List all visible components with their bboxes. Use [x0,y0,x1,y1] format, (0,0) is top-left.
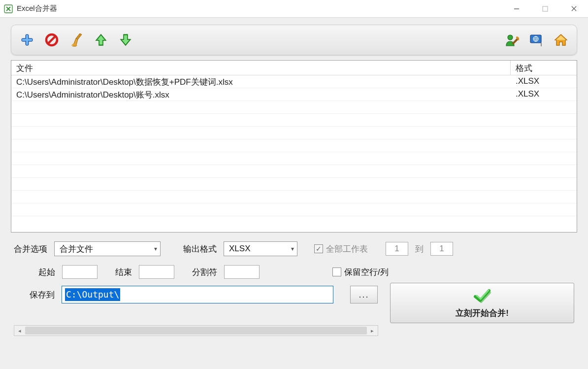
home-button[interactable] [552,31,570,49]
save-to-value: C:\Output\ [65,288,120,301]
delimiter-input[interactable] [224,265,260,279]
svg-rect-8 [22,39,32,41]
table-header: 文件 格式 [11,61,577,75]
format-cell: .XLSX [511,75,577,88]
titlebar: Excel合并器 [0,0,588,18]
merge-option-label: 合并选项 [14,243,47,255]
merge-option-select[interactable]: 合并文件 ▾ [54,241,161,256]
all-sheets-label: 全部工作表 [326,243,368,255]
file-cell: C:\Users\Administrator\Desktop\数据恢复+PDF关… [11,75,511,88]
move-up-button[interactable] [92,31,110,49]
chevron-down-icon: ▾ [154,245,157,252]
output-format-label: 输出格式 [183,243,217,255]
output-format-value: XLSX [229,244,250,254]
svg-rect-2 [543,6,548,11]
table-row[interactable]: C:\Users\Administrator\Desktop\账号.xlsx.X… [11,88,577,101]
maximize-button [531,0,559,17]
table-row-empty: .. [11,139,577,152]
output-format-select[interactable]: XLSX ▾ [224,241,297,256]
all-sheets-checkbox[interactable] [314,244,323,253]
table-row[interactable]: C:\Users\Administrator\Desktop\数据恢复+PDF关… [11,75,577,88]
table-row-empty: .. [11,178,577,191]
file-cell: C:\Users\Administrator\Desktop\账号.xlsx [11,88,511,101]
register-button[interactable] [503,31,521,49]
start-input[interactable] [62,265,98,279]
scroll-right-icon[interactable]: ▸ [367,326,378,335]
start-label: 起始 [38,267,55,278]
keep-empty-label: 保留空行/列 [344,267,389,278]
window-controls [502,0,588,17]
svg-point-11 [508,35,513,40]
delimiter-label: 分割符 [192,267,217,278]
table-row-empty: .. [11,114,577,127]
column-file[interactable]: 文件 [11,61,511,75]
end-input[interactable] [139,265,174,279]
sheet-from-input[interactable]: 1 [386,242,408,256]
start-merge-label: 立刻开始合并! [456,307,509,319]
column-format[interactable]: 格式 [511,61,577,75]
move-down-button[interactable] [117,31,134,49]
app-icon [4,4,13,13]
table-row-empty: .. [11,191,577,203]
remove-button[interactable] [43,31,61,49]
clear-button[interactable] [67,31,85,49]
language-button[interactable] [527,31,545,49]
sheet-to-input[interactable]: 1 [430,242,453,256]
scroll-left-icon[interactable]: ◂ [14,326,25,335]
toolbar [11,25,577,55]
table-row-empty: .. [11,165,577,178]
sheet-to-label: 到 [415,243,424,255]
chevron-down-icon: ▾ [291,245,294,252]
table-row-empty: .. [11,127,577,139]
add-button[interactable] [18,31,36,49]
save-to-label: 保存到 [30,289,55,301]
close-button[interactable] [559,0,588,17]
table-row-empty: .. [11,203,577,216]
check-icon [472,288,492,305]
browse-label: ... [359,290,369,300]
format-cell: .XLSX [511,88,577,101]
minimize-button[interactable] [502,0,531,17]
merge-option-value: 合并文件 [60,243,93,255]
table-row-empty: .. [11,152,577,165]
browse-button[interactable]: ... [350,286,378,303]
horizontal-scrollbar[interactable]: ◂ ▸ [14,325,378,336]
table-row-empty: .. [11,101,577,114]
file-table: 文件 格式 C:\Users\Administrator\Desktop\数据恢… [11,60,577,233]
window-title: Excel合并器 [17,4,57,13]
start-merge-button[interactable]: 立刻开始合并! [390,283,574,323]
svg-line-10 [48,36,56,44]
end-label: 结束 [115,267,132,278]
keep-empty-checkbox[interactable] [332,268,341,276]
save-to-input[interactable]: C:\Output\ [62,286,333,303]
